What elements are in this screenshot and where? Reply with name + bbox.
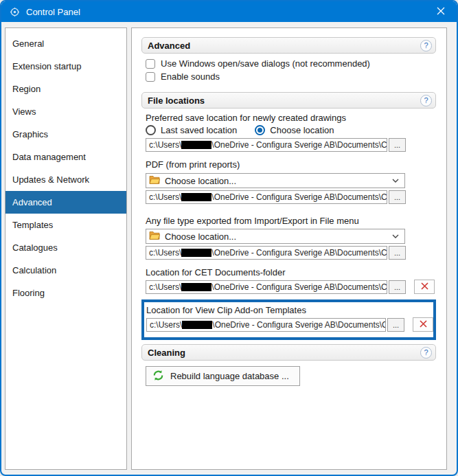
radio-selected-icon [255, 125, 265, 135]
section-header-advanced: Advanced ? [141, 37, 436, 54]
view-clip-path-field[interactable]: c:\Users\ \OneDrive - Configura Sverige … [146, 318, 386, 332]
sidebar-item-templates[interactable]: Templates [5, 214, 126, 236]
path-suffix: \OneDrive - Configura Sverige AB\Documen… [211, 282, 387, 292]
sidebar-item-advanced[interactable]: Advanced [5, 191, 126, 214]
path-suffix: \OneDrive - Configura Sverige AB\Documen… [211, 140, 387, 150]
export-label: Any file type exported from Import/Expor… [146, 216, 437, 226]
close-button[interactable] [425, 1, 457, 22]
sidebar-item-calculation[interactable]: Calculation [5, 259, 126, 282]
path-prefix: c:\Users\ [149, 248, 181, 258]
save-location-radio-group: Last saved location Choose location [146, 125, 437, 135]
delete-x-icon [420, 282, 429, 293]
redacted-username [181, 193, 211, 201]
drawings-browse-button[interactable]: ... [389, 138, 406, 152]
redacted-username [181, 283, 211, 291]
dropdown-value: Choose location... [165, 231, 236, 242]
export-browse-button[interactable]: ... [389, 246, 406, 260]
folder-icon [149, 231, 160, 242]
export-path-field[interactable]: c:\Users\ \OneDrive - Configura Sverige … [146, 246, 387, 260]
cet-documents-browse-button[interactable]: ... [389, 280, 406, 294]
titlebar: Control Panel [1, 1, 457, 22]
chevron-down-icon [392, 179, 399, 183]
pdf-location-dropdown[interactable]: Choose location... [146, 173, 405, 188]
path-suffix: \OneDrive - Configura Sverige AB\Documen… [211, 248, 387, 258]
view-clip-clear-button[interactable] [413, 317, 433, 332]
radio-icon [146, 125, 156, 135]
sidebar-item-data-management[interactable]: Data management [5, 146, 126, 168]
drawings-path-field[interactable]: c:\Users\ \OneDrive - Configura Sverige … [146, 138, 387, 152]
radio-choose-location[interactable]: Choose location [255, 125, 334, 135]
radio-last-saved-location[interactable]: Last saved location [146, 125, 237, 135]
rebuild-language-database-button[interactable]: Rebuild language database ... [146, 366, 300, 386]
sidebar-item-flooring[interactable]: Flooring [5, 282, 126, 304]
pdf-path-field[interactable]: c:\Users\ \OneDrive - Configura Sverige … [146, 190, 387, 204]
drawings-location-row: c:\Users\ \OneDrive - Configura Sverige … [146, 138, 437, 152]
section-header-file-locations: File locations ? [141, 92, 436, 109]
export-location-row: c:\Users\ \OneDrive - Configura Sverige … [146, 246, 437, 260]
cet-documents-label: Location for CET Documents-folder [146, 267, 437, 277]
view-clip-label: Location for View Clip Add-on Templates [146, 305, 433, 315]
delete-x-icon [419, 319, 428, 330]
section-title: Cleaning [148, 348, 185, 358]
checkbox-label: Use Windows open/save dialogs (not recom… [161, 58, 370, 69]
control-panel-window: Control Panel General Extension startup … [0, 0, 458, 476]
sidebar-item-updates-network[interactable]: Updates & Network [5, 168, 126, 191]
close-icon [437, 7, 445, 17]
help-button-cleaning[interactable]: ? [420, 347, 432, 359]
path-prefix: c:\Users\ [149, 192, 181, 202]
export-location-dropdown[interactable]: Choose location... [146, 229, 405, 244]
checkbox-row-windows-dialogs: Use Windows open/save dialogs (not recom… [146, 58, 437, 69]
pdf-label: PDF (from print reports) [146, 159, 437, 170]
view-clip-row: c:\Users\ \OneDrive - Configura Sverige … [146, 317, 433, 332]
sidebar-item-graphics[interactable]: Graphics [5, 123, 126, 146]
checkbox-row-enable-sounds: Enable sounds [146, 71, 437, 82]
sidebar-item-catalogues[interactable]: Catalogues [5, 236, 126, 259]
pdf-location-row: c:\Users\ \OneDrive - Configura Sverige … [146, 190, 437, 204]
path-prefix: c:\Users\ [149, 140, 181, 150]
redacted-username [181, 141, 211, 149]
cet-documents-row: c:\Users\ \OneDrive - Configura Sverige … [146, 280, 437, 294]
view-clip-browse-button[interactable]: ... [387, 318, 404, 332]
pdf-browse-button[interactable]: ... [389, 190, 406, 204]
preferred-save-location-label: Preferred save location for newly create… [146, 113, 437, 123]
refresh-icon [152, 370, 164, 383]
path-prefix: c:\Users\ [149, 282, 181, 292]
sidebar: General Extension startup Region Views G… [5, 27, 127, 470]
redacted-username [181, 249, 211, 257]
cet-documents-clear-button[interactable] [414, 280, 435, 294]
path-prefix: c:\Users\ [150, 320, 182, 330]
help-button-advanced[interactable]: ? [420, 40, 432, 52]
path-suffix: \OneDrive - Configura Sverige AB\Documen… [212, 320, 386, 330]
checkbox-use-windows-dialogs[interactable] [146, 59, 155, 69]
rebuild-button-label: Rebuild language database ... [170, 371, 289, 381]
main-panel: Advanced ? Use Windows open/save dialogs… [131, 27, 447, 470]
radio-label: Choose location [270, 125, 334, 135]
sidebar-item-region[interactable]: Region [5, 78, 126, 100]
dropdown-value: Choose location... [165, 176, 236, 186]
section-title: File locations [148, 95, 205, 106]
chevron-down-icon [392, 234, 399, 238]
view-clip-highlight-box: Location for View Clip Add-on Templates … [141, 299, 436, 340]
section-title: Advanced [148, 41, 190, 51]
section-header-cleaning: Cleaning ? [141, 344, 436, 361]
sidebar-item-extension-startup[interactable]: Extension startup [5, 55, 126, 78]
path-suffix: \OneDrive - Configura Sverige AB\Documen… [211, 192, 387, 202]
control-panel-icon [10, 7, 20, 17]
radio-label: Last saved location [161, 125, 237, 135]
sidebar-item-views[interactable]: Views [5, 100, 126, 123]
folder-icon [149, 175, 160, 186]
sidebar-item-general[interactable]: General [5, 32, 126, 55]
help-button-file-locations[interactable]: ? [420, 95, 432, 106]
window-title: Control Panel [26, 7, 80, 17]
redacted-username [182, 321, 212, 329]
checkbox-enable-sounds[interactable] [146, 72, 155, 82]
cet-documents-path-field[interactable]: c:\Users\ \OneDrive - Configura Sverige … [146, 280, 387, 294]
checkbox-label: Enable sounds [161, 71, 220, 82]
